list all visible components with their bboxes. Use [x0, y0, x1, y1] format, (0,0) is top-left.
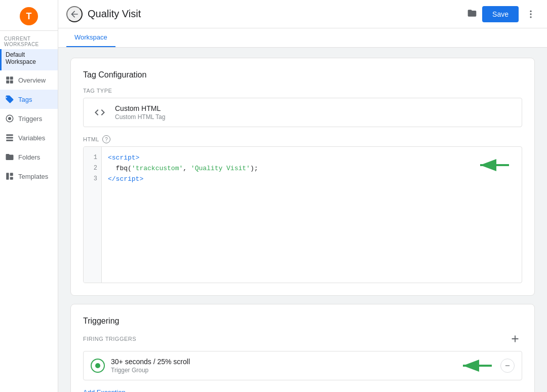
html-label: HTML — [83, 136, 99, 142]
tag-type-label: Tag Type — [83, 88, 522, 94]
logo-letter: T — [26, 11, 32, 22]
code-line-3: </script> — [108, 174, 516, 185]
tag-type-row[interactable]: Custom HTML Custom HTML Tag — [83, 98, 522, 127]
code-arrow-indicator — [476, 158, 512, 172]
content-area: Tag Configuration Tag Type Custom HTML C… — [58, 48, 547, 392]
trigger-dot — [95, 363, 100, 368]
add-exception-button[interactable]: Add Exception — [83, 386, 126, 392]
tag-type-name: Custom HTML — [115, 104, 514, 112]
code-line-1: <script> — [108, 153, 516, 164]
svg-rect-10 — [10, 173, 13, 176]
svg-rect-2 — [6, 81, 9, 84]
triggering-header: Triggering — [83, 317, 522, 326]
code-editor[interactable]: 1 2 3 <script> fbq('trackcustom', 'Quali… — [83, 146, 522, 283]
tag-config-title: Tag Configuration — [83, 70, 522, 80]
tag-configuration-card: Tag Configuration Tag Type Custom HTML C… — [70, 58, 535, 296]
triggering-card: Triggering Firing Triggers 30+ seconds /… — [70, 304, 535, 392]
trigger-sub: Trigger Group — [111, 367, 494, 374]
svg-rect-11 — [10, 177, 13, 180]
line-num-1: 1 — [88, 153, 97, 163]
triggers-icon — [5, 114, 14, 123]
tag-type-sub: Custom HTML Tag — [115, 113, 514, 121]
trigger-info: 30+ seconds / 25% scroll Trigger Group — [111, 358, 494, 374]
workspace-label: CURRENT WORKSPACE — [0, 31, 58, 49]
trigger-circle-icon — [91, 359, 105, 373]
sidebar-item-label-folders: Folders — [18, 153, 40, 161]
save-button[interactable]: Save — [482, 6, 519, 22]
variables-icon — [5, 133, 14, 142]
svg-point-5 — [8, 117, 11, 120]
trigger-arrow-indicator — [459, 359, 494, 373]
back-button[interactable] — [66, 6, 83, 22]
remove-trigger-button[interactable] — [500, 359, 515, 373]
svg-rect-6 — [6, 134, 13, 136]
sidebar-item-overview[interactable]: Overview — [0, 70, 58, 90]
tab-workspace[interactable]: Workspace — [66, 28, 115, 47]
sidebar-item-tags[interactable]: Tags — [0, 90, 58, 109]
firing-triggers-label: Firing Triggers — [83, 336, 136, 342]
workspace-tab-bar: Workspace — [58, 28, 547, 48]
more-button[interactable] — [523, 6, 539, 22]
trigger-row[interactable]: 30+ seconds / 25% scroll Trigger Group — [83, 351, 522, 380]
svg-rect-3 — [10, 81, 13, 84]
code-line-2: fbq('trackcustom', 'Quality Visit'); — [108, 164, 516, 174]
sidebar-item-label-overview: Overview — [18, 76, 46, 84]
html-label-row: HTML ? — [83, 135, 522, 143]
svg-rect-0 — [6, 76, 9, 80]
sidebar: T CURRENT WORKSPACE Default Workspace Ov… — [0, 0, 58, 392]
workspace-name[interactable]: Default Workspace — [0, 49, 58, 70]
line-num-2: 2 — [88, 164, 97, 173]
sidebar-item-label-variables: Variables — [18, 134, 45, 142]
help-icon[interactable]: ? — [102, 135, 110, 143]
trigger-name: 30+ seconds / 25% scroll — [111, 358, 494, 366]
topbar: Quality Visit Save — [58, 0, 547, 28]
sidebar-item-label-triggers: Triggers — [18, 115, 42, 123]
templates-icon — [5, 172, 14, 181]
tags-icon — [5, 95, 14, 104]
folders-icon — [5, 152, 14, 162]
svg-point-13 — [530, 13, 531, 15]
code-icon — [92, 104, 108, 121]
svg-rect-8 — [6, 140, 13, 141]
svg-rect-7 — [6, 137, 13, 139]
add-trigger-button[interactable] — [508, 332, 522, 346]
tag-type-info: Custom HTML Custom HTML Tag — [115, 104, 514, 121]
sidebar-item-folders[interactable]: Folders — [0, 147, 58, 167]
page-title: Quality Visit — [88, 8, 460, 20]
svg-rect-1 — [10, 76, 13, 80]
svg-point-14 — [530, 16, 531, 18]
sidebar-item-templates[interactable]: Templates — [0, 167, 58, 186]
line-numbers: 1 2 3 — [84, 147, 102, 283]
overview-icon — [5, 75, 14, 85]
line-num-3: 3 — [88, 174, 97, 184]
sidebar-item-label-tags: Tags — [18, 96, 32, 103]
svg-point-12 — [530, 10, 531, 12]
sidebar-item-label-templates: Templates — [18, 173, 48, 180]
sidebar-nav: Overview Tags Triggers Variables Folders — [0, 70, 58, 392]
svg-rect-9 — [6, 173, 9, 180]
sidebar-item-triggers[interactable]: Triggers — [0, 109, 58, 128]
topbar-actions: Save — [482, 6, 539, 22]
sidebar-item-variables[interactable]: Variables — [0, 128, 58, 147]
app-logo-icon: T — [20, 7, 38, 25]
main-area: Quality Visit Save Workspace Tag Configu… — [58, 0, 547, 392]
sidebar-logo: T — [0, 0, 58, 31]
triggering-title: Triggering — [83, 317, 119, 326]
folder-icon[interactable] — [467, 8, 477, 20]
code-content[interactable]: <script> fbq('trackcustom', 'Quality Vis… — [102, 147, 522, 283]
